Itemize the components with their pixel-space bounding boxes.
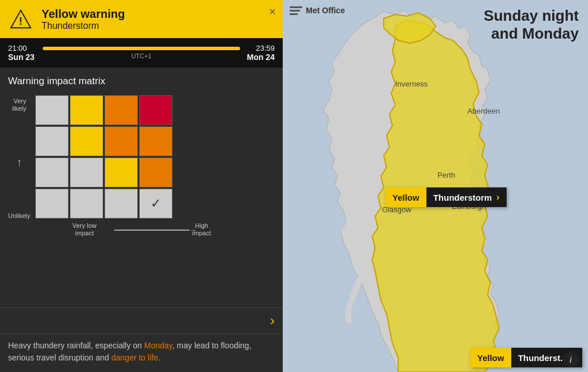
cell-4-1 [35,189,69,219]
matrix-title: Warning impact matrix [8,76,275,87]
cell-4-3 [104,189,138,219]
y-top-label: Verylikely [12,97,26,112]
x-axis: Very lowimpact → Highimpact [35,222,211,237]
right-panel: Met Office Sunday night and Monday Inver… [283,0,588,372]
warning-title-block: Yellow warning Thunderstorm [42,7,275,31]
cell-3-3 [104,157,138,187]
badge1-chevron-icon: › [496,192,499,202]
cell-2-3 [104,126,138,156]
start-time: 21:00 [8,44,37,52]
desc-text-3: . [158,353,160,362]
x-left-label: Very lowimpact [73,222,97,237]
desc-highlight-danger: danger to life [111,353,158,362]
matrix-row-1 [35,95,211,125]
y-arrow: ↑ [16,112,22,212]
matrix-content: ✓ [35,95,211,219]
matrix-row-4: ✓ [35,189,211,219]
info-button[interactable]: i [563,351,579,367]
cell-3-1 [35,157,69,187]
badge1-yellow-label: Yellow [392,193,420,202]
time-bar: 21:00 Sun 23 UTC+1 23:59 Mon 24 [0,38,283,67]
matrix-row-2 [35,126,211,156]
utc-label: UTC+1 [131,52,151,59]
progress-container: UTC+1 [43,47,240,59]
met-office-logo: Met Office [290,6,345,15]
cell-3-4 [139,157,173,187]
cell-2-1 [35,126,69,156]
warning-badge-1[interactable]: Yellow Thunderstorm › [385,187,507,207]
chevron-right-icon[interactable]: › [270,313,275,329]
desc-text-1: Heavy thundery rainfall, especially on [8,341,144,350]
cell-1-4 [139,95,173,125]
map-svg [283,0,588,372]
y-bottom-label: Unlikely [8,212,31,220]
logo-line-3 [290,13,298,15]
cell-3-2 [70,157,103,187]
matrix-grid: ✓ Very lowimpact → Highimpact [35,95,211,237]
cell-2-4 [139,126,173,156]
matrix-row-3 [35,157,211,187]
cell-1-3 [104,95,138,125]
y-axis: Verylikely ↑ Unlikely [8,95,31,222]
city-inverness: Inverness [395,80,428,88]
map-title-line1: Sunday night [484,7,579,25]
warning-header: ! Yellow warning Thunderstorm × [0,0,283,38]
badge1-dark-label: Thunderstorm [433,193,492,202]
logo-line-1 [290,6,302,8]
logo-line-2 [290,10,300,12]
badge1-dark: Thunderstorm › [426,187,507,207]
end-time-label: 23:59 Mon 24 [246,44,275,62]
desc-highlight-monday: Monday [144,341,173,350]
cell-1-2 [70,95,103,125]
progress-bar [43,47,240,50]
panel-footer: › [0,307,283,333]
svg-text:!: ! [19,15,23,27]
cell-2-2 [70,126,103,156]
x-axis-inner: Very lowimpact → Highimpact [73,222,211,237]
x-arrow: → [114,226,197,235]
map-title: Sunday night and Monday [484,7,579,43]
end-day: Mon 24 [246,52,275,62]
start-time-label: 21:00 Sun 23 [8,44,37,62]
cell-1-1 [35,95,69,125]
met-logo-lines [290,6,302,15]
cell-4-2 [70,189,103,219]
description: Heavy thundery rainfall, especially on M… [0,333,283,372]
met-office-text: Met Office [306,6,345,15]
city-perth: Perth [437,171,455,179]
matrix-section: Warning impact matrix Verylikely ↑ Unlik… [0,67,283,307]
badge2-dark-label: Thunderst... [518,353,568,363]
warning-level-text: Yellow warning [42,7,275,21]
warning-icon: ! [8,6,33,32]
progress-fill [43,47,240,50]
badge2-yellow: Yellow [470,348,511,367]
x-arrow-head: → [189,226,197,235]
map-title-line2: and Monday [484,25,579,43]
city-aberdeen: Aberdeen [467,107,500,115]
badge1-yellow: Yellow [385,187,426,207]
matrix-wrapper: Verylikely ↑ Unlikely [8,95,275,237]
x-arrow-line [114,230,189,231]
left-panel: ! Yellow warning Thunderstorm × 21:00 Su… [0,0,283,372]
close-button[interactable]: × [269,6,276,17]
end-time: 23:59 [246,44,275,52]
event-type-text: Thunderstorm [42,21,275,31]
start-day: Sun 23 [8,52,37,62]
badge2-yellow-label: Yellow [477,353,504,363]
cell-4-4-checkmark: ✓ [139,189,173,219]
